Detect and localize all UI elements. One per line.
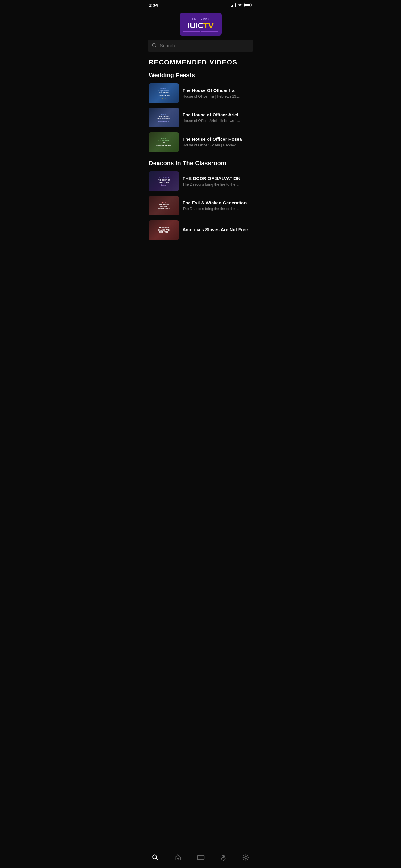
- video-info-officer-hosea: The House of Officer Hosea House of Offi…: [182, 136, 252, 148]
- svg-rect-3: [235, 3, 236, 7]
- logo-tv: TV: [203, 21, 213, 30]
- thumbnail-officer-ira: MARRIAGE Congratulations HOUSE OFOFFICER…: [149, 84, 179, 103]
- video-title-evil-generation: The Evil & Wicked Generation: [182, 200, 252, 206]
- svg-rect-0: [231, 6, 232, 7]
- nav-search-icon: [152, 854, 159, 861]
- nav-tv[interactable]: [194, 853, 208, 862]
- app-logo: EST. 2003 IUICTV: [179, 13, 222, 36]
- status-time: 1:34: [149, 2, 158, 7]
- logo-est: EST. 2003: [192, 17, 210, 20]
- video-subtitle-officer-ira: House of Officer Ira | Hebrews 13:...: [182, 94, 252, 99]
- logo-iuic: IUIC: [188, 21, 203, 30]
- battery-icon: [245, 3, 252, 7]
- svg-line-8: [155, 46, 156, 47]
- status-bar: 1:34: [144, 0, 257, 10]
- video-subtitle-officer-ariel: House of Officer Ariel | Hebrews 1...: [182, 119, 252, 124]
- content-area: RECOMMENDED VIDEOS Wedding Feasts MARRIA…: [144, 55, 257, 267]
- nav-podcasts[interactable]: [217, 853, 230, 862]
- search-bar[interactable]: [147, 40, 254, 52]
- svg-rect-11: [198, 855, 204, 860]
- video-subtitle-door-salvation: The Deacons bring the fire to the ...: [182, 182, 252, 187]
- video-title-door-salvation: THE DOOR OF SALVATION: [182, 176, 252, 181]
- video-title-officer-ira: The House Of Officer Ira: [182, 87, 252, 93]
- nav-search[interactable]: [148, 853, 162, 862]
- wifi-icon: [238, 3, 242, 7]
- video-info-officer-ira: The House Of Officer Ira House of Office…: [182, 87, 252, 99]
- svg-line-10: [156, 858, 158, 860]
- nav-home[interactable]: [171, 853, 185, 862]
- signal-icon: [231, 3, 236, 7]
- video-info-evil-generation: The Evil & Wicked Generation The Deacons…: [182, 200, 252, 211]
- search-icon: [152, 43, 156, 49]
- thumbnail-evil-generation: ▶ #32 THE EVIL &WICKEDGENERATION: [149, 196, 179, 216]
- recommended-section-title: RECOMMENDED VIDEOS: [144, 55, 257, 69]
- svg-rect-2: [233, 4, 234, 7]
- video-title-americas-slaves: America's Slaves Are Not Free: [182, 227, 252, 233]
- video-item-officer-ira[interactable]: MARRIAGE Congratulations HOUSE OFOFFICER…: [144, 81, 257, 105]
- nav-settings-icon: [242, 854, 249, 861]
- nav-tv-icon: [197, 854, 205, 861]
- svg-rect-1: [232, 5, 233, 7]
- video-info-officer-ariel: The House of Officer Ariel House of Offi…: [182, 112, 252, 123]
- thumbnail-officer-hosea: IUICTV WEDDING FEAST OFOFFICER HOSEA: [149, 132, 179, 152]
- thumbnail-officer-ariel: IUICTV HOUSE OFOFFICER ARIEL WEDDING FEA…: [149, 108, 179, 127]
- video-item-americas-slaves[interactable]: AMERICA'SSLAVES ARENOT FREE America's Sl…: [144, 218, 257, 242]
- video-item-officer-ariel[interactable]: IUICTV HOUSE OFOFFICER ARIEL WEDDING FEA…: [144, 105, 257, 130]
- video-item-evil-generation[interactable]: ▶ #32 THE EVIL &WICKEDGENERATION The Evi…: [144, 193, 257, 218]
- svg-point-17: [245, 857, 247, 859]
- logo-container: EST. 2003 IUICTV: [144, 10, 257, 38]
- wedding-feasts-category: Wedding Feasts: [144, 69, 257, 81]
- search-input[interactable]: [160, 43, 249, 49]
- status-icons: [231, 3, 252, 7]
- thumbnail-americas-slaves: AMERICA'SSLAVES ARENOT FREE: [149, 220, 179, 240]
- video-info-americas-slaves: America's Slaves Are Not Free: [182, 227, 252, 234]
- svg-rect-6: [251, 4, 252, 6]
- nav-podcasts-icon: [221, 854, 227, 861]
- nav-settings[interactable]: [239, 853, 253, 862]
- deacons-category: Deacons In The Classroom: [144, 157, 257, 169]
- nav-home-icon: [175, 854, 181, 861]
- bottom-nav: [144, 849, 257, 868]
- video-subtitle-officer-hosea: House of Officer Hosea | Hebrew...: [182, 143, 252, 148]
- video-title-officer-hosea: The House of Officer Hosea: [182, 136, 252, 142]
- video-title-officer-ariel: The House of Officer Ariel: [182, 112, 252, 118]
- video-subtitle-evil-generation: The Deacons bring the fire to the ...: [182, 207, 252, 212]
- video-item-door-salvation[interactable]: ⏱ 11:58 ▶ #03 THE DOOR OFSALVATION Latar…: [144, 169, 257, 193]
- video-info-door-salvation: THE DOOR OF SALVATION The Deacons bring …: [182, 176, 252, 187]
- video-item-officer-hosea[interactable]: IUICTV WEDDING FEAST OFOFFICER HOSEA The…: [144, 130, 257, 154]
- svg-rect-5: [245, 4, 250, 6]
- thumbnail-door-salvation: ⏱ 11:58 ▶ #03 THE DOOR OFSALVATION Latar…: [149, 172, 179, 191]
